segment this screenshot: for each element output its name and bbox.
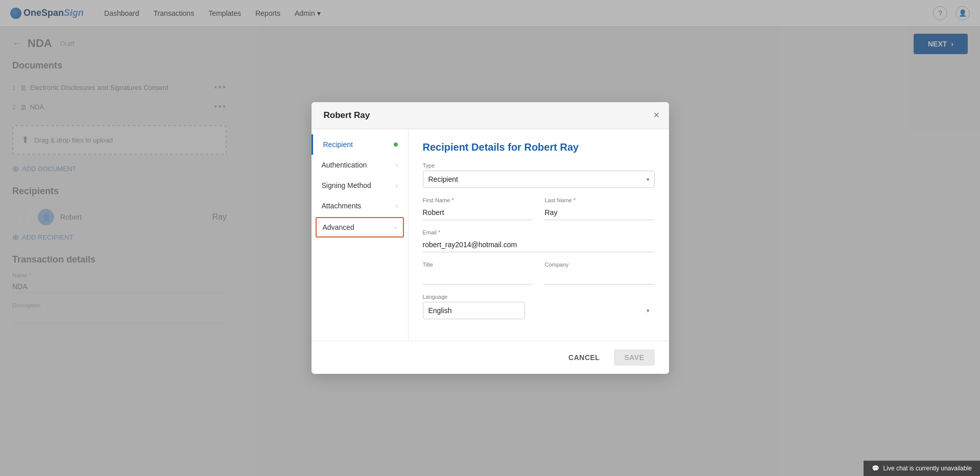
email-field: Email bbox=[423, 229, 655, 252]
last-name-label: Last Name bbox=[545, 197, 655, 203]
save-button[interactable]: SAVE bbox=[614, 349, 654, 366]
advanced-chevron-icon: › bbox=[395, 224, 397, 230]
language-select-wrapper: English French Spanish German ▾ bbox=[423, 302, 655, 319]
modal-nav-authentication[interactable]: Authentication › bbox=[312, 155, 408, 175]
recipient-modal: Robert Ray × Recipient Authentication › … bbox=[312, 102, 669, 374]
modal-footer: CANCEL SAVE bbox=[312, 341, 669, 374]
modal-nav-signing-method[interactable]: Signing Method › bbox=[312, 175, 408, 196]
email-fields-row: Email bbox=[423, 229, 655, 252]
company-label: Company bbox=[545, 261, 655, 268]
signing-method-chevron-icon: › bbox=[396, 182, 398, 188]
modal-body: Recipient Authentication › Signing Metho… bbox=[312, 129, 669, 341]
company-input[interactable] bbox=[545, 270, 655, 284]
modal-nav-attachments[interactable]: Attachments › bbox=[312, 196, 408, 216]
first-name-field: First Name bbox=[423, 197, 533, 220]
last-name-input[interactable] bbox=[545, 205, 655, 220]
modal-sidebar: Recipient Authentication › Signing Metho… bbox=[312, 129, 409, 341]
title-input[interactable] bbox=[423, 270, 533, 284]
type-field: Type Recipient Signer Approver ▾ bbox=[423, 162, 655, 188]
live-chat-text: Live chat is currently unavailable bbox=[883, 465, 972, 472]
modal-nav-recipient[interactable]: Recipient bbox=[312, 134, 408, 155]
language-field: Language English French Spanish German ▾ bbox=[423, 294, 655, 319]
title-label: Title bbox=[423, 261, 533, 268]
email-input[interactable] bbox=[423, 237, 655, 252]
title-field: Title bbox=[423, 261, 533, 284]
type-select[interactable]: Recipient Signer Approver bbox=[423, 171, 655, 188]
language-select[interactable]: English French Spanish German bbox=[423, 302, 525, 319]
authentication-chevron-icon: › bbox=[396, 162, 398, 168]
modal-section-title: Recipient Details for Robert Ray bbox=[423, 141, 655, 153]
language-label: Language bbox=[423, 294, 655, 300]
company-field: Company bbox=[545, 261, 655, 284]
cancel-button[interactable]: CANCEL bbox=[560, 349, 608, 366]
modal-overlay: Robert Ray × Recipient Authentication › … bbox=[0, 0, 980, 476]
language-select-arrow-icon: ▾ bbox=[647, 307, 650, 314]
title-company-row: Title Company bbox=[423, 261, 655, 284]
attachments-chevron-icon: › bbox=[396, 203, 398, 209]
first-name-input[interactable] bbox=[423, 205, 533, 220]
live-chat-icon: 💬 bbox=[872, 465, 879, 472]
modal-close-button[interactable]: × bbox=[654, 109, 660, 121]
recipient-status-dot bbox=[394, 142, 398, 147]
email-label: Email bbox=[423, 229, 655, 235]
type-label: Type bbox=[423, 162, 655, 169]
type-select-wrapper: Recipient Signer Approver ▾ bbox=[423, 171, 655, 188]
modal-header: Robert Ray × bbox=[312, 102, 669, 129]
modal-title: Robert Ray bbox=[324, 110, 370, 120]
modal-main-content: Recipient Details for Robert Ray Type Re… bbox=[409, 129, 669, 341]
last-name-field: Last Name bbox=[545, 197, 655, 220]
name-fields-row: First Name Last Name bbox=[423, 197, 655, 220]
first-name-label: First Name bbox=[423, 197, 533, 203]
modal-nav-advanced[interactable]: Advanced › bbox=[316, 217, 404, 237]
live-chat-bar: 💬 Live chat is currently unavailable bbox=[864, 461, 980, 476]
